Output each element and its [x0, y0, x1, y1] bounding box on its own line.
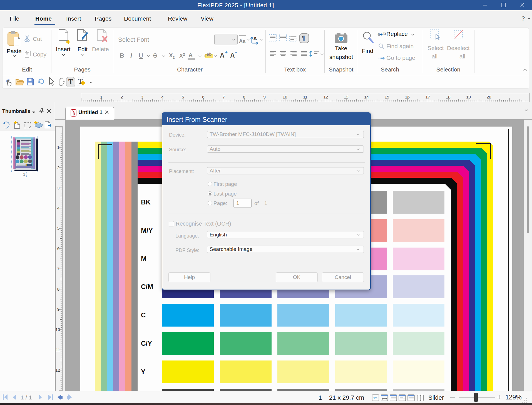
svg-text:12: 12 — [56, 368, 60, 372]
svg-text:17: 17 — [425, 95, 430, 99]
svg-text:3: 3 — [57, 186, 59, 190]
svg-text:2: 2 — [121, 95, 123, 99]
svg-text:11: 11 — [56, 347, 60, 352]
svg-text:4: 4 — [57, 206, 59, 210]
svg-text:1: 1 — [57, 145, 59, 150]
svg-text:5: 5 — [182, 95, 184, 99]
svg-text:4: 4 — [161, 95, 163, 99]
svg-text:6: 6 — [202, 95, 204, 99]
svg-text:9: 9 — [57, 307, 59, 312]
svg-text:9: 9 — [263, 95, 265, 99]
svg-text:1:1: 1:1 — [373, 396, 378, 400]
svg-text:11: 11 — [303, 95, 308, 99]
svg-text:10: 10 — [283, 95, 287, 99]
svg-text:16: 16 — [405, 95, 410, 99]
svg-text:2: 2 — [57, 165, 59, 170]
svg-text:18: 18 — [446, 95, 451, 99]
svg-text:6: 6 — [57, 246, 59, 251]
svg-text:A: A — [253, 36, 257, 41]
svg-text:15: 15 — [385, 95, 389, 99]
svg-text:13: 13 — [344, 95, 349, 99]
svg-text:10: 10 — [56, 327, 60, 332]
svg-text:5: 5 — [57, 226, 59, 231]
svg-text:20: 20 — [487, 95, 491, 99]
svg-text:7: 7 — [223, 95, 225, 99]
svg-text:1 / 1: 1 / 1 — [21, 394, 32, 401]
svg-text:14: 14 — [364, 95, 369, 99]
svg-text:8: 8 — [243, 95, 245, 99]
svg-text:8: 8 — [57, 287, 59, 292]
svg-text:19: 19 — [466, 95, 471, 99]
svg-text:7: 7 — [57, 266, 59, 271]
svg-text:12: 12 — [323, 95, 328, 99]
svg-text:3: 3 — [141, 95, 143, 99]
svg-text:1: 1 — [100, 95, 102, 99]
